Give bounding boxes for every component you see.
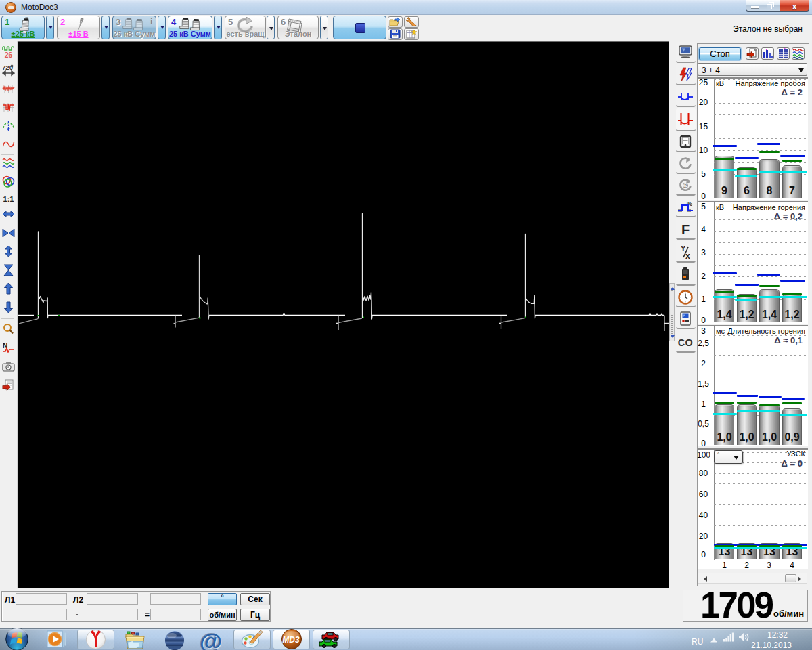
svg-text:2: 2 bbox=[684, 183, 687, 189]
svg-text:1:1: 1:1 bbox=[3, 195, 14, 203]
svg-text:MD3: MD3 bbox=[282, 635, 300, 645]
svg-text:x: x bbox=[685, 251, 690, 261]
svg-text:F: F bbox=[681, 222, 690, 237]
svg-text:CO: CO bbox=[678, 337, 694, 348]
svg-text:26: 26 bbox=[5, 51, 13, 58]
